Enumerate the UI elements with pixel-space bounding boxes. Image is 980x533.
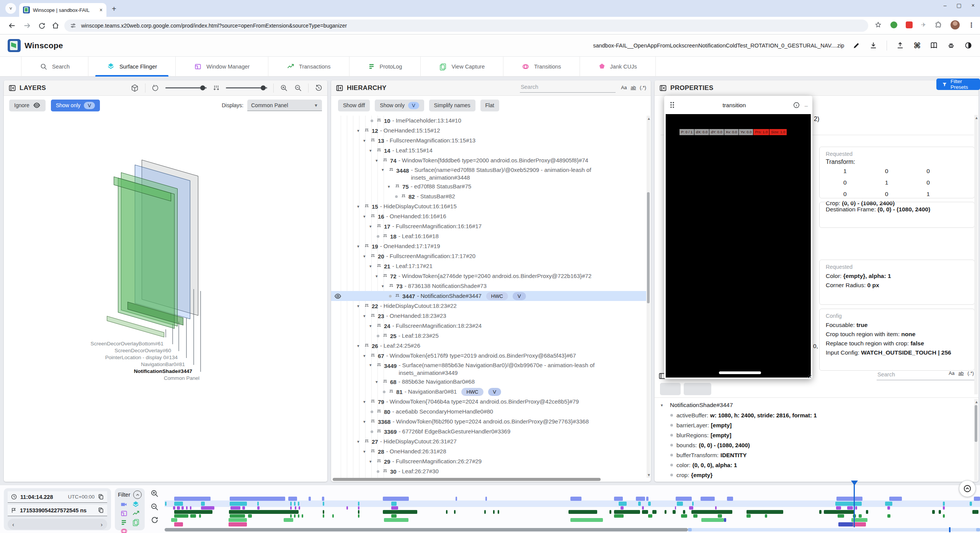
tree-node-29[interactable]: ▾29 - FullscreenMagnification:26:27#29 xyxy=(331,456,646,466)
tree-node-80[interactable]: 80 - ace6abb SecondaryHomeHandle0#80 xyxy=(331,407,646,417)
upload-icon[interactable] xyxy=(896,41,904,49)
regex-icon[interactable]: (.*) xyxy=(967,371,974,376)
tree-node-19[interactable]: ▾19 - OneHanded:17:17#19 xyxy=(331,241,646,251)
scroll-to-top-button[interactable] xyxy=(959,480,976,497)
timeline-cursor[interactable] xyxy=(854,483,855,527)
transition-window-header[interactable]: transition _ xyxy=(664,96,812,114)
properties-root-node[interactable]: ▾ NotificationShade#3447 xyxy=(655,398,978,410)
extension-red-icon[interactable] xyxy=(906,21,913,28)
tree-node-81[interactable]: 81 - NavigationBar0#81HWCV xyxy=(331,387,646,397)
obscured-button[interactable] xyxy=(660,383,681,395)
hierarchy-hscrollbar[interactable] xyxy=(333,478,601,481)
expand-arrow-icon[interactable]: ▾ xyxy=(357,439,363,444)
expand-arrow-icon[interactable]: ▾ xyxy=(376,379,381,384)
tree-node-28[interactable]: ▾28 - OneHanded:26:31#28 xyxy=(331,446,646,456)
nanoseconds-input[interactable]: 1715339054227572545 ns xyxy=(8,505,107,516)
window-controls[interactable]: –▢× xyxy=(944,2,975,8)
timeline-range-scrollbar[interactable] xyxy=(165,528,980,531)
tree-node-22[interactable]: ▾22 - HideDisplayCutout:18:23#22 xyxy=(331,301,646,311)
filter-wm-icon[interactable] xyxy=(120,510,128,517)
tree-node-14[interactable]: ▾14 - Leaf:15:15#14 xyxy=(331,146,646,155)
tree-node-23[interactable]: ▾23 - OneHanded:18:23#23 xyxy=(331,311,646,321)
download-icon[interactable] xyxy=(869,41,877,49)
ignore-button[interactable]: Ignore xyxy=(9,100,46,111)
filter-tx-icon[interactable] xyxy=(132,510,140,517)
tab-jank-cujs[interactable]: Jank CUJs xyxy=(580,57,656,77)
search-matchers[interactable]: Aaab(.*) xyxy=(949,371,974,378)
tree-node-82[interactable]: 82 - StatusBar#82 xyxy=(331,191,646,201)
expand-arrow-icon[interactable]: ▾ xyxy=(357,204,363,209)
tab-transactions[interactable]: Transactions xyxy=(268,57,349,77)
expand-arrow-icon[interactable]: ▾ xyxy=(369,324,375,329)
properties-scrollbar[interactable]: ▲ xyxy=(974,115,978,394)
property-item-activebuffer[interactable]: activeBuffer:w: 1080, h: 2400, stride: 2… xyxy=(655,410,978,420)
search-matchers[interactable]: Aaab(.*) xyxy=(621,85,646,93)
expand-arrow-icon[interactable]: ▾ xyxy=(382,167,387,172)
bookmark-star-icon[interactable] xyxy=(874,21,882,29)
filter-viewcap-icon[interactable] xyxy=(132,518,140,526)
home-icon[interactable] xyxy=(51,21,60,31)
tree-node-16[interactable]: ▾16 - OneHanded:16:16#16 xyxy=(331,211,646,221)
expand-arrow-icon[interactable]: ▾ xyxy=(369,459,375,464)
next-frame-button[interactable]: › xyxy=(101,521,103,528)
hierarchy-scrollbar[interactable]: ▲ ▼ xyxy=(647,116,650,478)
collapse-panel-icon[interactable] xyxy=(336,84,343,92)
tree-node-68[interactable]: ▾68 - 885b63e NavigationBar0#68 xyxy=(331,377,646,387)
regex-icon[interactable]: (.*) xyxy=(640,85,646,90)
expand-arrow-icon[interactable]: ▾ xyxy=(661,403,666,408)
show-only-v-button[interactable]: Show only V xyxy=(375,100,424,111)
property-item-color[interactable]: color:(0, 0, 0), alpha: 1 xyxy=(655,460,978,470)
expand-arrow-icon[interactable]: ▾ xyxy=(376,274,381,279)
tree-node-18[interactable]: 18 - Leaf:16:16#18 xyxy=(331,231,646,241)
tree-node-30[interactable]: 30 - Leaf:26:27#30 xyxy=(331,466,646,476)
tree-node-72[interactable]: ▾72 - WindowToken{a2746de type=2040 andr… xyxy=(331,271,646,281)
displays-select[interactable]: Common Panel ▼ xyxy=(247,100,322,111)
tree-node-3447[interactable]: 3447 - NotificationShade#3447HWCV xyxy=(331,291,646,301)
tree-node-73[interactable]: ▾73 - 8736138 NotificationShade#73 xyxy=(331,281,646,291)
extension-green-icon[interactable] xyxy=(890,21,897,28)
close-icon[interactable]: × xyxy=(972,2,975,8)
bug-icon[interactable] xyxy=(947,41,955,49)
collapse-panel-icon[interactable] xyxy=(659,84,667,92)
property-item-buffertransform[interactable]: bufferTransform:IDENTITY xyxy=(655,450,978,460)
expand-arrow-icon[interactable]: ▾ xyxy=(363,314,369,319)
extension-disabled-icon[interactable]: ✈ xyxy=(921,21,926,28)
tab-search[interactable]: Search xyxy=(21,57,88,77)
tab-view-capture[interactable]: View Capture xyxy=(421,57,503,77)
expand-arrow-icon[interactable]: ▾ xyxy=(369,148,375,153)
spacing-slider[interactable] xyxy=(226,87,267,88)
tree-node-20[interactable]: ▾20 - FullscreenMagnification:17:17#20 xyxy=(331,251,646,261)
filter-protolog-icon[interactable] xyxy=(120,518,127,526)
tab-search-chevron-icon[interactable]: ˅ xyxy=(5,3,16,14)
match-word-icon[interactable]: ab xyxy=(958,371,964,376)
tree-node-74[interactable]: ▾74 - WindowToken{fdddbe6 type=2000 andr… xyxy=(331,155,646,165)
info-icon[interactable] xyxy=(793,101,800,109)
kebab-menu-icon[interactable]: ⋮ xyxy=(968,21,975,29)
reload-icon[interactable] xyxy=(37,21,47,31)
property-item-bounds[interactable]: bounds:(0, 0) - (1080, 2400) xyxy=(655,440,978,450)
expand-arrow-icon[interactable]: ▾ xyxy=(382,284,387,289)
tab-window-manager[interactable]: Window Manager xyxy=(176,57,268,77)
copy-icon[interactable] xyxy=(98,507,104,513)
expand-arrow-icon[interactable]: ▾ xyxy=(363,214,369,219)
new-tab-button[interactable]: + xyxy=(112,5,116,13)
collapse-panel-icon[interactable] xyxy=(8,84,16,92)
expand-arrow-icon[interactable]: ▾ xyxy=(369,363,375,368)
filter-cam-icon[interactable] xyxy=(120,500,127,508)
human-time-input[interactable]: 11:04:14.228 UTC+00:00 xyxy=(8,491,107,503)
tab-transitions[interactable]: Transitions xyxy=(503,57,580,77)
property-item-blurregions[interactable]: blurRegions:[empty] xyxy=(655,430,978,440)
url-input[interactable]: winscope.teams.x20web.corp.google.com/pr… xyxy=(64,20,868,32)
shortcuts-icon[interactable]: ⌘ xyxy=(913,41,921,50)
hierarchy-search-input[interactable]: Search xyxy=(520,83,616,93)
tree-node-27[interactable]: ▾27 - HideDisplayCutout:26:31#27 xyxy=(331,437,646,446)
expand-arrow-icon[interactable]: ▾ xyxy=(388,184,393,189)
flat-button[interactable]: Flat xyxy=(480,100,499,111)
tab-surface-flinger[interactable]: Surface Flinger xyxy=(88,57,176,77)
expand-arrow-icon[interactable]: ▾ xyxy=(369,264,375,269)
match-word-icon[interactable]: ab xyxy=(630,85,636,90)
transition-overlay-window[interactable]: transition _ P: 0 / 1dX: 0.0dY: 0.0Xv: 0… xyxy=(664,96,812,379)
show-only-v-button[interactable]: Show only V xyxy=(51,100,100,111)
forward-icon[interactable] xyxy=(22,21,32,31)
timeline-zoom-out-icon[interactable] xyxy=(150,502,159,511)
